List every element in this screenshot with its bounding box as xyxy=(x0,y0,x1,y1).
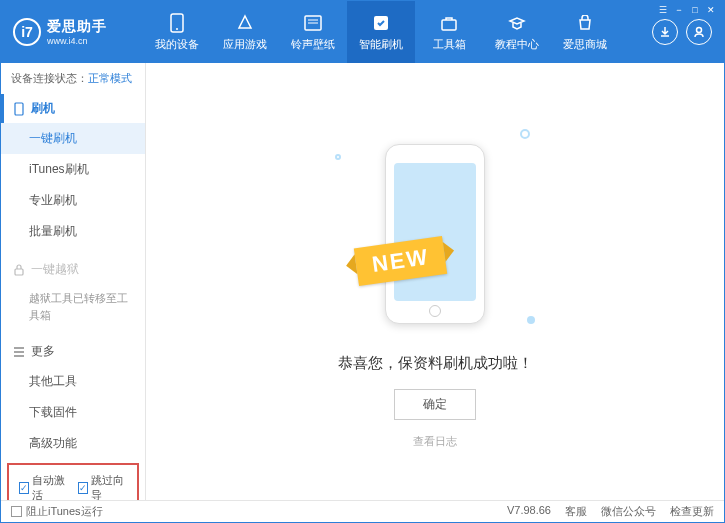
checkbox-label: 跳过向导 xyxy=(91,473,127,500)
phone-small-icon xyxy=(13,102,25,116)
toolbox-icon xyxy=(439,13,459,33)
header-actions xyxy=(652,19,712,45)
footer-bar: 阻止iTunes运行 V7.98.66 客服 微信公众号 检查更新 xyxy=(1,500,724,522)
app-title: 爱思助手 xyxy=(47,18,107,36)
minimize-icon[interactable]: − xyxy=(672,3,686,17)
sidebar-group-more[interactable]: 更多 xyxy=(1,337,145,366)
wallpaper-icon xyxy=(303,13,323,33)
checkbox-label: 阻止iTunes运行 xyxy=(26,504,103,519)
svg-point-5 xyxy=(697,28,702,33)
nav-tabs: 我的设备 应用游戏 铃声壁纸 智能刷机 工具箱 教程中心 爱思商城 xyxy=(143,1,644,63)
tab-label: 智能刷机 xyxy=(359,37,403,52)
lock-icon xyxy=(13,264,25,276)
confirm-button[interactable]: 确定 xyxy=(394,389,476,420)
apps-icon xyxy=(235,13,255,33)
sidebar-item-batch-flash[interactable]: 批量刷机 xyxy=(1,216,145,247)
maximize-icon[interactable]: □ xyxy=(688,3,702,17)
store-icon xyxy=(575,13,595,33)
group-label: 一键越狱 xyxy=(31,261,79,278)
sidebar: 设备连接状态：正常模式 刷机 一键刷机 iTunes刷机 专业刷机 批量刷机 一… xyxy=(1,63,146,500)
checkbox-skip-guide[interactable]: ✓ 跳过向导 xyxy=(78,473,127,500)
version-label: V7.98.66 xyxy=(507,504,551,519)
phone-icon xyxy=(167,13,187,33)
tab-apps-games[interactable]: 应用游戏 xyxy=(211,1,279,63)
svg-rect-4 xyxy=(442,20,456,30)
logo-area: i7 爱思助手 www.i4.cn xyxy=(13,18,143,46)
sidebar-item-pro-flash[interactable]: 专业刷机 xyxy=(1,185,145,216)
view-log-link[interactable]: 查看日志 xyxy=(413,434,457,449)
tab-my-device[interactable]: 我的设备 xyxy=(143,1,211,63)
sidebar-item-itunes-flash[interactable]: iTunes刷机 xyxy=(1,154,145,185)
svg-rect-7 xyxy=(15,269,23,275)
logo-icon: i7 xyxy=(13,18,41,46)
tab-label: 我的设备 xyxy=(155,37,199,52)
menu-icon[interactable]: ☰ xyxy=(656,3,670,17)
tab-smart-flash[interactable]: 智能刷机 xyxy=(347,1,415,63)
header-bar: i7 爱思助手 www.i4.cn 我的设备 应用游戏 铃声壁纸 智能刷机 工具… xyxy=(1,1,724,63)
success-illustration: NEW xyxy=(360,134,510,334)
tab-label: 铃声壁纸 xyxy=(291,37,335,52)
phone-illustration xyxy=(385,144,485,324)
decor-dot-icon xyxy=(527,316,535,324)
sidebar-item-download-firmware[interactable]: 下载固件 xyxy=(1,397,145,428)
checkbox-icon xyxy=(11,506,22,517)
sidebar-item-advanced[interactable]: 高级功能 xyxy=(1,428,145,459)
tab-store[interactable]: 爱思商城 xyxy=(551,1,619,63)
group-label: 更多 xyxy=(31,343,55,360)
tab-tutorial[interactable]: 教程中心 xyxy=(483,1,551,63)
svg-rect-6 xyxy=(15,103,23,115)
connection-mode: 正常模式 xyxy=(88,72,132,84)
decor-circle-icon xyxy=(335,154,341,160)
checkbox-label: 自动激活 xyxy=(32,473,68,500)
download-icon[interactable] xyxy=(652,19,678,45)
footer-link-wechat[interactable]: 微信公众号 xyxy=(601,504,656,519)
jailbreak-note: 越狱工具已转移至工具箱 xyxy=(1,284,145,329)
app-url: www.i4.cn xyxy=(47,36,107,46)
checkbox-highlight-box: ✓ 自动激活 ✓ 跳过向导 xyxy=(7,463,139,500)
user-icon[interactable] xyxy=(686,19,712,45)
footer-link-service[interactable]: 客服 xyxy=(565,504,587,519)
sidebar-item-onekey-flash[interactable]: 一键刷机 xyxy=(1,123,145,154)
checkbox-icon: ✓ xyxy=(19,482,29,494)
flash-icon xyxy=(371,13,391,33)
svg-point-1 xyxy=(176,28,178,30)
tab-ringtone-wallpaper[interactable]: 铃声壁纸 xyxy=(279,1,347,63)
sidebar-item-other-tools[interactable]: 其他工具 xyxy=(1,366,145,397)
footer-link-update[interactable]: 检查更新 xyxy=(670,504,714,519)
checkbox-auto-activate[interactable]: ✓ 自动激活 xyxy=(19,473,68,500)
sidebar-group-jailbreak: 一键越狱 xyxy=(1,255,145,284)
success-message: 恭喜您，保资料刷机成功啦！ xyxy=(338,354,533,373)
checkbox-block-itunes[interactable]: 阻止iTunes运行 xyxy=(11,504,103,519)
tab-toolbox[interactable]: 工具箱 xyxy=(415,1,483,63)
decor-circle-icon xyxy=(520,129,530,139)
connection-status: 设备连接状态：正常模式 xyxy=(1,63,145,94)
tutorial-icon xyxy=(507,13,527,33)
checkbox-icon: ✓ xyxy=(78,482,88,494)
close-icon[interactable]: ✕ xyxy=(704,3,718,17)
window-controls: ☰ − □ ✕ xyxy=(650,1,724,19)
main-content: NEW 恭喜您，保资料刷机成功啦！ 确定 查看日志 xyxy=(146,63,724,500)
tab-label: 工具箱 xyxy=(433,37,466,52)
sidebar-group-flash[interactable]: 刷机 xyxy=(1,94,145,123)
tab-label: 爱思商城 xyxy=(563,37,607,52)
tab-label: 应用游戏 xyxy=(223,37,267,52)
menu-lines-icon xyxy=(13,347,25,357)
group-label: 刷机 xyxy=(31,100,55,117)
tab-label: 教程中心 xyxy=(495,37,539,52)
